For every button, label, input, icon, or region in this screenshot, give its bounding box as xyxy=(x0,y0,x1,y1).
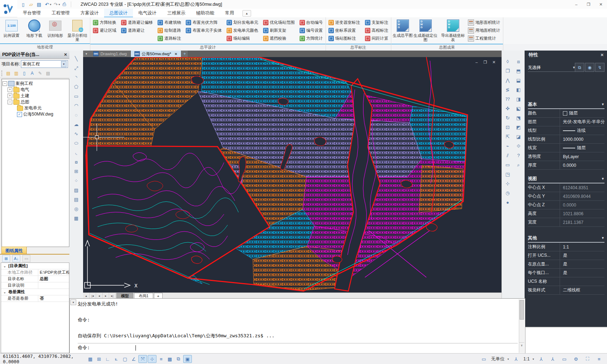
image-icon[interactable]: A xyxy=(29,70,35,77)
folder-import-icon[interactable]: ▥ xyxy=(13,70,20,77)
view-back-icon[interactable]: ⬔ xyxy=(514,113,523,122)
expand-icon[interactable]: + xyxy=(8,87,12,92)
tree-node-project[interactable]: − 案例工程 xyxy=(3,81,68,87)
doc-tab-close-icon[interactable]: ✕ xyxy=(175,52,177,56)
array-tool-icon[interactable]: ⁇ xyxy=(503,95,512,104)
named-views-icon[interactable]: ⧈ xyxy=(514,57,523,66)
prop-row-center-z[interactable]: 中心点 Z 0.0000 xyxy=(528,201,604,209)
generate-site-plan-button[interactable]: 生成总平图 xyxy=(393,18,413,42)
open-file-icon[interactable]: ▱ xyxy=(27,1,35,8)
next-layout-icon[interactable]: ▸ xyxy=(103,293,109,299)
notes-icon[interactable]: ▤ xyxy=(45,70,51,77)
place-building-button[interactable]: 布建筑物 xyxy=(158,19,181,26)
rack-label-button[interactable]: 支架标注 xyxy=(365,19,388,26)
tree-node-electrical[interactable]: + 电气 xyxy=(3,87,68,93)
command-scrollbar[interactable]: ∨ xyxy=(519,299,524,353)
section-view[interactable]: 视图 ▼ xyxy=(528,175,604,183)
prop-row-linetype[interactable]: 线型 连续 xyxy=(528,126,604,135)
copy-tool-icon[interactable]: ❐ xyxy=(503,66,512,75)
ribbon-collapse-button[interactable]: ▲ xyxy=(242,10,251,17)
move-tool-icon[interactable]: ✜ xyxy=(503,104,512,113)
trim-tool-icon[interactable]: ⌁ xyxy=(503,142,512,151)
prop-row-center-y[interactable]: 中心点 Y 4310609.8044 xyxy=(528,192,604,201)
redo-icon[interactable]: ↷ xyxy=(52,1,59,8)
tree-node-power-unit[interactable]: 发电单元 xyxy=(3,105,68,111)
land-area-stats-button[interactable]: 用地面积统计 xyxy=(468,27,500,34)
redo-dropdown-icon[interactable]: ▾ xyxy=(59,3,60,6)
auto-scale-icon[interactable]: ⅄ xyxy=(549,355,557,363)
project-select[interactable]: 案例工程 ▾ xyxy=(21,60,68,68)
tree-node-drawing[interactable]: ✓ 公海50MW.dwg xyxy=(3,111,68,117)
view-sw-iso-icon[interactable]: ◩ xyxy=(514,123,523,132)
power-unit-color-button[interactable]: 发电单元颜色 xyxy=(227,27,258,34)
polar-tracking-icon[interactable]: ⟀ xyxy=(112,355,120,363)
snap-mode-icon[interactable]: ⊞ xyxy=(95,355,103,363)
tab-3d-display[interactable]: 三维展示 xyxy=(162,9,191,17)
spacing-calc-button[interactable]: 间距计算 xyxy=(365,35,388,42)
properties-close-icon[interactable]: ✕ xyxy=(600,53,604,57)
doc-tab-gonghai50mw[interactable]: DWG 公海50mw.dwg* ✕ xyxy=(131,51,181,57)
extend-tool-icon[interactable]: ⫽ xyxy=(503,151,512,160)
chevron-down-icon[interactable]: ⌄ xyxy=(3,264,7,268)
grid-display-icon[interactable]: ▦ xyxy=(86,355,94,363)
quantity-stats-button[interactable]: 工程量统计 xyxy=(468,35,500,42)
array-statistics-button[interactable]: 方阵统计 xyxy=(300,35,323,42)
tab-project-mgmt[interactable]: 工程管理 xyxy=(46,9,75,17)
polygon-tool-icon[interactable]: ⬠ xyxy=(72,82,81,91)
elevation-label-button[interactable]: 高程标注 xyxy=(365,27,388,34)
selection-filter-select[interactable]: 无选择 ▼ xyxy=(528,64,576,72)
annotation-scale-value[interactable]: 1:1 xyxy=(524,356,530,361)
terrain-download-button[interactable]: 地形下载 xyxy=(24,18,44,42)
undo-icon[interactable]: ↶ xyxy=(43,1,51,8)
gradient-tool-icon[interactable]: ▤ xyxy=(72,195,81,204)
zoom-previous-icon[interactable]: ⌕ xyxy=(514,160,523,169)
xline-tool-icon[interactable]: ⤢ xyxy=(72,64,81,73)
scale-tool-icon[interactable]: ⊡ xyxy=(503,123,512,132)
prop-row-thickness[interactable]: 厚度 0.0000 xyxy=(528,161,604,170)
road-avoid-button[interactable]: 道路避让 xyxy=(121,27,153,34)
categorize-icon[interactable]: ⊞ xyxy=(2,255,10,262)
view-right-icon[interactable]: ◨ xyxy=(514,95,523,104)
circle-tool-icon[interactable]: ◌ xyxy=(72,110,81,120)
stretch-tool-icon[interactable]: ⇱ xyxy=(503,132,512,141)
create-block-tool-icon[interactable]: ⊞ xyxy=(72,167,81,176)
help-icon[interactable]: ? xyxy=(514,151,523,160)
command-input[interactable]: 命令: xyxy=(78,343,518,352)
export-foundation-coords-button[interactable]: 导出基础坐标表 xyxy=(440,18,466,42)
maximize-button[interactable]: ❐ xyxy=(582,0,595,9)
new-file-icon[interactable]: ▯ xyxy=(20,1,27,8)
prop-row-ucs-per-viewport[interactable]: 每个视口... 是 xyxy=(528,269,604,277)
layout-menu-icon[interactable]: ▴ xyxy=(83,293,90,299)
close-button[interactable]: ✕ xyxy=(595,0,607,9)
pdp-panel-close-icon[interactable]: ✕ xyxy=(64,52,67,57)
settings-gear-icon[interactable]: ⚙ xyxy=(572,355,580,363)
chamfer-tool-icon[interactable]: ⊹ xyxy=(503,179,512,188)
ellipse-tool-icon[interactable]: ⬭ xyxy=(72,139,81,148)
prop-row-width[interactable]: 宽度 2181.1367 xyxy=(528,218,604,227)
section-directory-props[interactable]: ⌄ [目录属性] xyxy=(1,263,69,269)
chevron-down-icon[interactable]: ▾ xyxy=(61,61,66,67)
inverter-room-label-button[interactable]: 逆变器室标注 xyxy=(328,19,360,26)
select-objects-button[interactable]: ◉ xyxy=(585,63,594,72)
section-basic[interactable]: 基本 ▼ xyxy=(528,100,604,109)
object-snap-icon[interactable]: ▢ xyxy=(121,355,129,363)
doc-tab-menu-icon[interactable]: ▼ xyxy=(83,51,90,57)
collapse-icon[interactable]: − xyxy=(8,100,12,104)
prop-row-is-volume[interactable]: 是否是卷册 否 xyxy=(1,295,69,302)
prop-row-linetype-scale[interactable]: 线型比例 1000.0000 xyxy=(528,135,604,144)
prop-row-visual-style[interactable]: 视觉样式 二维线框 xyxy=(528,286,604,295)
prop-row-layer[interactable]: 图层 光伏-发电单元-半串分 xyxy=(528,118,604,126)
edit-icon[interactable]: ✎ xyxy=(37,70,43,77)
tree-node-general-plan[interactable]: − 总图 xyxy=(3,99,68,105)
prop-row-ucs-name[interactable]: UCS 名称 xyxy=(528,277,604,286)
line-tool-icon[interactable]: ╲ xyxy=(72,54,81,63)
terrain-recognize-button[interactable]: 识别地形 xyxy=(45,18,65,42)
new-drawing-icon[interactable]: ▯ xyxy=(21,70,27,77)
transparency-icon[interactable]: ▩ xyxy=(166,355,174,363)
minimize-button[interactable]: – xyxy=(570,0,582,9)
prop-row-ucs-at-origin[interactable]: 在原点显... 是 xyxy=(528,260,604,269)
section-misc[interactable]: 其他 ▼ xyxy=(528,234,604,243)
insert-block-tool-icon[interactable]: ⧇ xyxy=(72,157,81,166)
scrollbar-thumb[interactable] xyxy=(520,300,524,320)
optimize-station-range-button[interactable]: 优化场站范围 xyxy=(263,19,295,26)
